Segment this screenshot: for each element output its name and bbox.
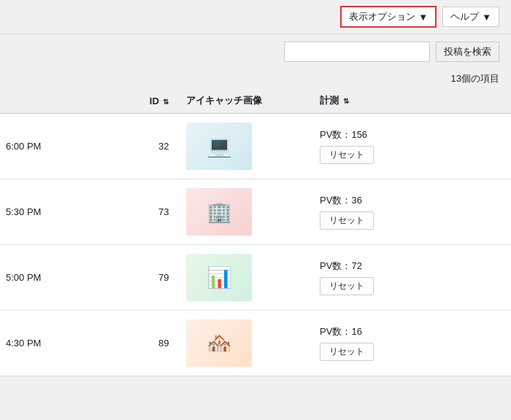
stats-cell: PV数：156 リセット — [311, 114, 511, 179]
thumb-figure: 💻 — [186, 122, 252, 170]
time-cell: 5:00 PM — [0, 245, 89, 311]
thumbnail: 💻 — [186, 122, 252, 170]
id-header[interactable]: ID ⇅ — [89, 88, 178, 114]
thumbnail: 📊 — [186, 254, 252, 301]
pv-count: PV数：16 — [320, 325, 502, 338]
table-header-row: ID ⇅ アイキャッチ画像 計測 ⇅ — [0, 88, 511, 114]
pv-count: PV数：72 — [320, 260, 502, 273]
reset-button[interactable]: リセット — [320, 211, 374, 230]
time-header — [0, 88, 89, 114]
image-header: アイキャッチ画像 — [177, 88, 311, 114]
stats-header[interactable]: 計測 ⇅ — [311, 88, 511, 114]
time-cell: 6:00 PM — [0, 114, 89, 179]
search-input[interactable] — [284, 42, 430, 62]
id-cell: 32 — [89, 114, 178, 179]
reset-button[interactable]: リセット — [320, 277, 374, 295]
posts-table-container: ID ⇅ アイキャッチ画像 計測 ⇅ 6:00 PM 32 💻 PV数：156 — [0, 88, 511, 376]
reset-button[interactable]: リセット — [320, 343, 374, 361]
time-cell: 4:30 PM — [0, 311, 89, 376]
image-cell: 💻 — [177, 114, 311, 179]
table-row: 5:00 PM 79 📊 PV数：72 リセット — [0, 245, 511, 311]
display-options-label: 表示オプション — [349, 10, 415, 23]
help-label: ヘルプ — [450, 10, 479, 23]
image-cell: 🏢 — [177, 179, 311, 245]
stats-cell: PV数：36 リセット — [311, 179, 511, 245]
thumbnail: 🏢 — [186, 188, 252, 236]
item-count: 13個の項目 — [0, 69, 511, 88]
id-cell: 89 — [89, 311, 178, 376]
time-cell: 5:30 PM — [0, 179, 89, 245]
pv-count: PV数：36 — [320, 194, 502, 207]
thumb-figure: 🏢 — [186, 188, 252, 236]
help-arrow: ▼ — [482, 12, 491, 23]
search-bar: 投稿を検索 — [0, 34, 511, 69]
id-sort-icon[interactable]: ⇅ — [163, 98, 169, 106]
stats-sort-icon[interactable]: ⇅ — [343, 97, 349, 105]
posts-table: ID ⇅ アイキャッチ画像 計測 ⇅ 6:00 PM 32 💻 PV数：156 — [0, 88, 511, 376]
search-button[interactable]: 投稿を検索 — [436, 42, 499, 62]
thumb-figure: 🏘️ — [186, 319, 252, 367]
help-button[interactable]: ヘルプ ▼ — [442, 7, 499, 27]
thumbnail: 🏘️ — [186, 319, 252, 367]
id-cell: 73 — [89, 179, 178, 245]
reset-button[interactable]: リセット — [320, 146, 374, 164]
id-cell: 79 — [89, 245, 178, 311]
table-row: 4:30 PM 89 🏘️ PV数：16 リセット — [0, 311, 511, 376]
pv-count: PV数：156 — [320, 128, 502, 141]
table-row: 5:30 PM 73 🏢 PV数：36 リセット — [0, 179, 511, 245]
table-row: 6:00 PM 32 💻 PV数：156 リセット — [0, 114, 511, 179]
display-options-button[interactable]: 表示オプション ▼ — [340, 6, 437, 28]
thumb-figure: 📊 — [186, 254, 252, 301]
top-bar: 表示オプション ▼ ヘルプ ▼ — [0, 0, 511, 34]
image-cell: 🏘️ — [177, 311, 311, 376]
display-options-arrow: ▼ — [418, 12, 428, 23]
stats-cell: PV数：72 リセット — [311, 245, 511, 311]
stats-cell: PV数：16 リセット — [311, 311, 511, 376]
image-cell: 📊 — [177, 245, 311, 311]
